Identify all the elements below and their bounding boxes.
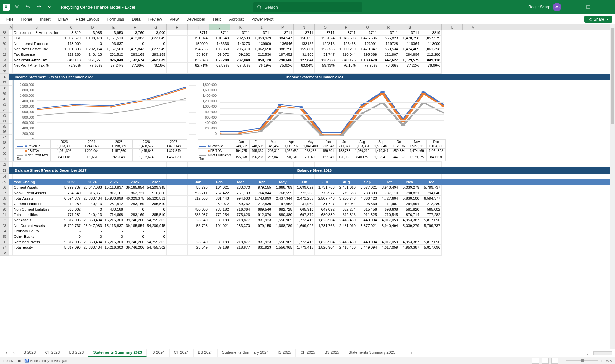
- col-header-V[interactable]: V: [463, 24, 484, 30]
- row-header[interactable]: 96: [0, 239, 9, 245]
- col-header-Q[interactable]: Q: [357, 24, 378, 30]
- row-label[interactable]: Net Profit Before Tax: [13, 46, 61, 52]
- ribbon-tab-page-layout[interactable]: Page Layout: [72, 14, 103, 24]
- user-name[interactable]: Roger Sharp: [528, 5, 550, 9]
- section-title-left[interactable]: Balance Sheet 5 Years to December 2027: [13, 167, 167, 174]
- ribbon-tab-power-pivot[interactable]: Power Pivot: [247, 14, 277, 24]
- row-header[interactable]: 95: [0, 234, 9, 239]
- ribbon-tab-insert[interactable]: Insert: [36, 14, 54, 24]
- row-header[interactable]: 73: [0, 113, 9, 118]
- vertical-scrollbar[interactable]: [610, 24, 615, 349]
- col-header-M[interactable]: M: [272, 24, 294, 30]
- sheet-options-icon[interactable]: ⋮: [584, 349, 591, 357]
- row-header[interactable]: 70: [0, 96, 9, 102]
- sheet-tab[interactable]: BS 2023: [64, 349, 88, 357]
- ribbon-tab-data[interactable]: Data: [128, 14, 144, 24]
- qat-more-icon[interactable]: [46, 4, 53, 11]
- row-header[interactable]: 69: [0, 91, 9, 96]
- row-header[interactable]: 76: [0, 129, 9, 135]
- row-header[interactable]: 64: [0, 63, 9, 68]
- section-title-right[interactable]: Income Statement Summer 2023: [188, 74, 442, 80]
- row-label[interactable]: Current Assets: [13, 185, 61, 190]
- redo-icon[interactable]: [35, 4, 42, 11]
- col-header-R[interactable]: R: [378, 24, 399, 30]
- row-header[interactable]: 72: [0, 107, 9, 113]
- macro-record-icon[interactable]: ▣: [17, 359, 21, 363]
- sheet-tab[interactable]: Statements Summary 2024: [218, 349, 273, 357]
- col-header-P[interactable]: P: [336, 24, 357, 30]
- row-header[interactable]: 80: [0, 151, 9, 156]
- zoom-slider[interactable]: [566, 360, 598, 361]
- row-label[interactable]: Other Equity: [13, 234, 61, 239]
- row-label[interactable]: Ordinary Equity: [13, 228, 61, 234]
- search-box[interactable]: Search: [253, 2, 362, 12]
- row-header[interactable]: 71: [0, 102, 9, 107]
- column-headers[interactable]: ABCDEFGHIJKLMNOPQRSTUV: [0, 24, 615, 30]
- row-label[interactable]: Net Current Assets: [13, 223, 61, 228]
- row-label[interactable]: Tax Expense: [13, 52, 61, 57]
- sheet-nav-next[interactable]: ›: [10, 349, 18, 357]
- row-header[interactable]: 63: [0, 57, 9, 63]
- row-header[interactable]: 77: [0, 135, 9, 140]
- user-avatar[interactable]: RS: [553, 3, 561, 11]
- chart-income-2023[interactable]: 1,800,0001,600,0001,400,0001,200,0001,00…: [196, 80, 447, 161]
- row-label[interactable]: Non-Current Assets: [13, 190, 61, 196]
- sheet-tab[interactable]: CF 2023: [40, 349, 64, 357]
- col-header-G[interactable]: G: [145, 24, 167, 30]
- row-label[interactable]: Total Equity: [13, 245, 61, 250]
- row-label[interactable]: Net Profit After Tax %: [13, 63, 61, 68]
- row-header[interactable]: 65: [0, 68, 9, 74]
- col-header-L[interactable]: L: [251, 24, 272, 30]
- col-header-B[interactable]: B: [13, 24, 61, 30]
- row-header[interactable]: 92: [0, 218, 9, 223]
- share-button[interactable]: Share: [584, 16, 612, 23]
- scrollbar-thumb[interactable]: [611, 28, 614, 124]
- year-ending-label[interactable]: Year Ending: [13, 179, 61, 185]
- row-label[interactable]: Total Assets: [13, 196, 61, 201]
- col-header-D[interactable]: D: [82, 24, 103, 30]
- row-label[interactable]: Depreciation & Amortization: [13, 30, 61, 36]
- accessibility-status[interactable]: Accessibility: Investigate: [30, 359, 68, 363]
- ribbon-tab-draw[interactable]: Draw: [54, 14, 72, 24]
- row-header[interactable]: 89: [0, 201, 9, 207]
- ribbon-tab-view[interactable]: View: [166, 14, 182, 24]
- select-all-corner[interactable]: [0, 24, 9, 30]
- sheet-tab[interactable]: BS 2025: [320, 349, 344, 357]
- row-header[interactable]: 91: [0, 212, 9, 218]
- sheet-tab[interactable]: IS 2024: [147, 349, 169, 357]
- view-pagelayout-icon[interactable]: [542, 358, 549, 364]
- row-header[interactable]: 81: [0, 156, 9, 162]
- col-header-K[interactable]: K: [230, 24, 251, 30]
- row-label[interactable]: Total Liabilities: [13, 212, 61, 218]
- zoom-out-icon[interactable]: −: [561, 359, 563, 363]
- row-label[interactable]: Non-Current Liabilties: [13, 207, 61, 212]
- row-header[interactable]: 90: [0, 207, 9, 212]
- col-header-F[interactable]: F: [124, 24, 145, 30]
- row-label[interactable]: [13, 250, 61, 256]
- row-header[interactable]: 94: [0, 228, 9, 234]
- row-header[interactable]: 86: [0, 185, 9, 190]
- sheet-tab[interactable]: IS 2023: [18, 349, 40, 357]
- ribbon-tab-formulas[interactable]: Formulas: [103, 14, 128, 24]
- col-header-H[interactable]: H: [167, 24, 188, 30]
- row-label[interactable]: [13, 162, 61, 167]
- row-header[interactable]: 67: [0, 80, 9, 86]
- col-header-E[interactable]: E: [103, 24, 124, 30]
- maximize-icon[interactable]: [581, 0, 596, 14]
- col-header-A[interactable]: A: [9, 24, 13, 30]
- row-label[interactable]: Net Profit After Tax: [13, 57, 61, 63]
- row-header[interactable]: 78: [0, 140, 9, 145]
- row-header[interactable]: 68: [0, 86, 9, 91]
- chart-income-5year[interactable]: 2,000,0001,800,0001,600,0001,400,0001,20…: [13, 80, 189, 161]
- row-header[interactable]: 88: [0, 196, 9, 201]
- ribbon-tab-home[interactable]: Home: [17, 14, 36, 24]
- save-icon[interactable]: [13, 4, 21, 11]
- row-label[interactable]: Net Interest Expense: [13, 41, 61, 46]
- zoom-in-icon[interactable]: +: [600, 359, 602, 363]
- sheet-tab[interactable]: Statements Summary 2025: [344, 349, 400, 357]
- sheet-more-icon[interactable]: …: [400, 349, 408, 357]
- zoom-level[interactable]: 96%: [605, 359, 612, 363]
- row-label[interactable]: Current Liabilities: [13, 201, 61, 207]
- col-header-I[interactable]: I: [188, 24, 209, 30]
- col-header-S[interactable]: S: [399, 24, 420, 30]
